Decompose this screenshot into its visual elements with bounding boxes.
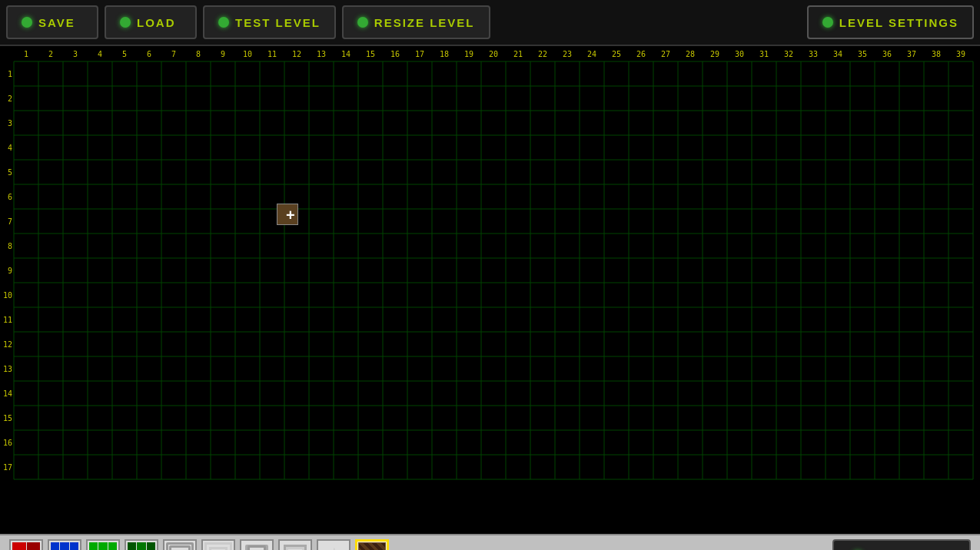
test-level-led [218, 17, 229, 28]
tile-brown-block[interactable] [355, 539, 389, 550]
resize-level-button[interactable]: RESIZE LEVEL [342, 5, 490, 39]
tile-square-ring-2[interactable] [201, 539, 235, 550]
square-ring-4-icon [284, 545, 307, 550]
test-level-button[interactable]: TEST LEVEL [203, 5, 336, 39]
tile-square-ring-4[interactable] [278, 539, 312, 550]
tile-square-ring-1[interactable] [163, 539, 197, 550]
square-ring-1-icon [166, 542, 194, 550]
load-label: LOAD [137, 16, 176, 29]
level-settings-label: LEVEL SETTINGS [839, 16, 958, 29]
square-ring-3-icon [245, 545, 268, 550]
grid-container[interactable]: + [0, 46, 980, 534]
level-settings-button[interactable]: LEVEL SETTINGS [807, 5, 974, 39]
save-button[interactable]: SAVE [6, 5, 98, 39]
brown-tile-icon [358, 542, 386, 550]
test-level-label: TEST LEVEL [235, 16, 321, 29]
red-tile-icon [12, 542, 40, 550]
whirl-icon: ✳ [320, 542, 347, 550]
green-tile-icon [89, 542, 117, 550]
top-toolbar: SAVE LOAD TEST LEVEL RESIZE LEVEL LEVEL … [0, 0, 980, 46]
tile-blue-blocks[interactable] [48, 539, 81, 550]
load-button[interactable]: LOAD [105, 5, 197, 39]
tile-whirl[interactable]: ✳ [317, 539, 350, 550]
tile-square-ring-3[interactable] [240, 539, 274, 550]
save-label: SAVE [38, 16, 75, 29]
square-ring-2-icon [204, 542, 232, 550]
dark-green-tile-icon [128, 542, 155, 550]
save-led [22, 17, 32, 28]
bottom-toolbar: ✳ BACK [0, 534, 980, 550]
blue-tile-icon [51, 542, 78, 550]
level-grid[interactable] [0, 46, 980, 534]
tile-dark-green-blocks[interactable] [125, 539, 158, 550]
resize-level-led [357, 17, 368, 28]
tile-green-blocks[interactable] [86, 539, 120, 550]
level-settings-led [822, 17, 833, 28]
back-button[interactable]: BACK [832, 539, 971, 550]
tile-red-blocks[interactable] [9, 539, 43, 550]
resize-level-label: RESIZE LEVEL [374, 16, 475, 29]
load-led [120, 17, 131, 28]
